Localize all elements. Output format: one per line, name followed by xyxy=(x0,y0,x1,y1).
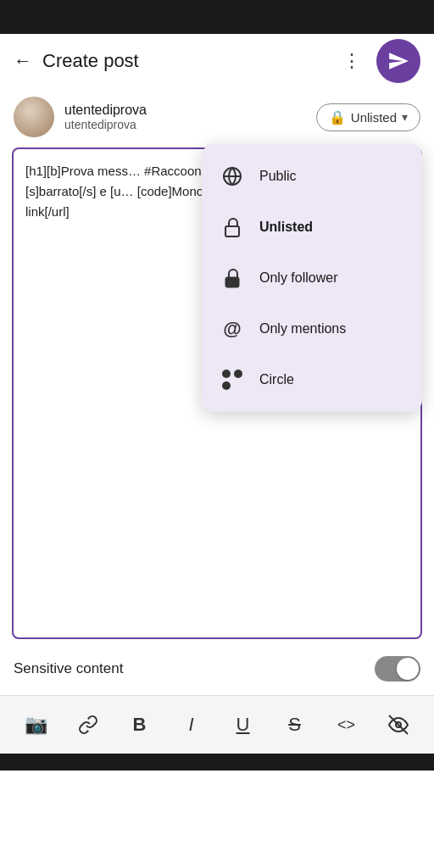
unlisted-lock-icon xyxy=(220,215,244,239)
dropdown-overlay[interactable]: Public Unlisted Only follower xyxy=(0,0,434,868)
public-label: Public xyxy=(259,169,297,184)
only-follower-label: Only follower xyxy=(259,270,337,286)
dropdown-item-public[interactable]: Public xyxy=(202,151,422,202)
circle-label: Circle xyxy=(259,372,294,387)
svg-rect-4 xyxy=(225,226,239,236)
circle-icon xyxy=(220,368,244,392)
unlisted-label: Unlisted xyxy=(259,220,313,235)
follower-lock-icon xyxy=(220,266,244,290)
dropdown-item-circle[interactable]: Circle xyxy=(202,354,422,405)
dropdown-item-unlisted[interactable]: Unlisted xyxy=(202,202,422,253)
only-mentions-label: Only mentions xyxy=(259,321,346,337)
visibility-dropdown: Public Unlisted Only follower xyxy=(202,144,422,412)
at-icon: @ xyxy=(220,317,244,341)
svg-rect-5 xyxy=(225,277,239,287)
globe-icon xyxy=(220,164,244,188)
dropdown-item-only-mentions[interactable]: @ Only mentions xyxy=(202,303,422,354)
dropdown-item-only-follower[interactable]: Only follower xyxy=(202,253,422,303)
